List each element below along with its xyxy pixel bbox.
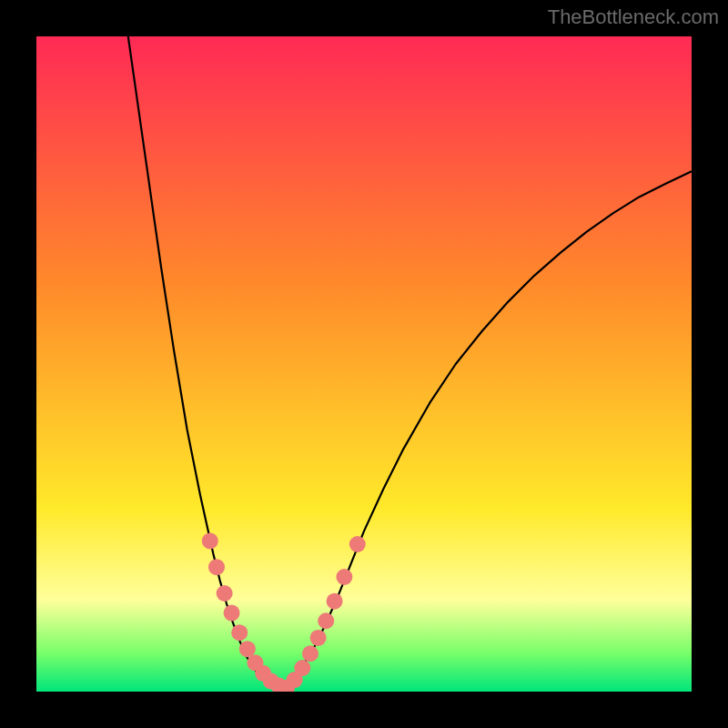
chart-frame: TheBottleneck.com bbox=[0, 0, 728, 728]
marker-point bbox=[310, 630, 327, 646]
marker-point bbox=[327, 593, 343, 610]
marker-point bbox=[239, 641, 256, 657]
curve-layer bbox=[128, 36, 692, 690]
marker-layer bbox=[202, 532, 366, 692]
marker-point bbox=[349, 536, 366, 552]
curve-right-arm bbox=[278, 171, 692, 690]
marker-point bbox=[294, 660, 310, 676]
plot-svg bbox=[36, 36, 692, 692]
curve-left-arm bbox=[128, 36, 279, 690]
marker-point bbox=[224, 605, 240, 622]
marker-point bbox=[217, 585, 233, 602]
marker-point bbox=[231, 624, 248, 641]
watermark-text: TheBottleneck.com bbox=[548, 5, 719, 29]
marker-point bbox=[318, 612, 334, 629]
marker-point bbox=[302, 645, 318, 662]
marker-point bbox=[202, 532, 218, 549]
marker-point bbox=[336, 569, 352, 585]
marker-point bbox=[208, 559, 225, 575]
